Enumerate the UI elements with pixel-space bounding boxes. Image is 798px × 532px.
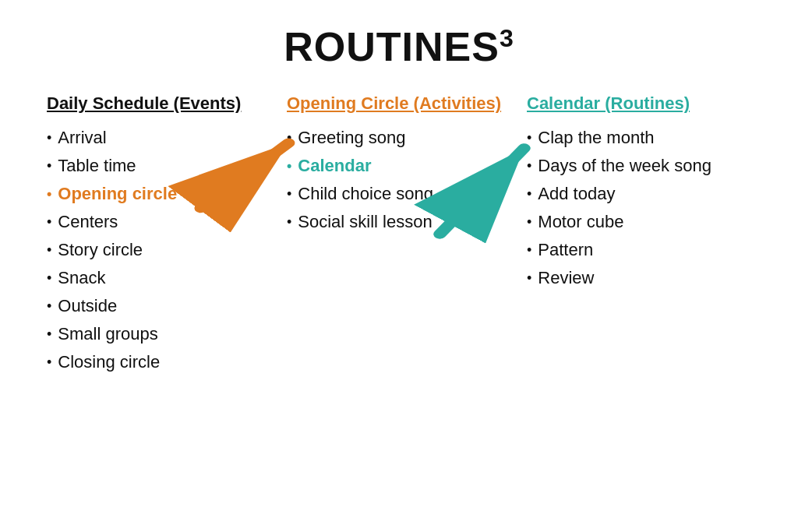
list-item: Review [527, 268, 751, 288]
col1-list: Arrival Table time Opening circle Center… [47, 128, 271, 372]
list-item: Social skill lesson [287, 212, 511, 232]
title-superscript: 3 [500, 24, 514, 52]
column-calendar-routines: Calendar (Routines) Clap the month Days … [519, 93, 759, 296]
list-item: Small groups [47, 324, 271, 344]
list-item: Child choice song [287, 184, 511, 204]
list-item: Add today [527, 184, 751, 204]
column-daily-schedule: Daily Schedule (Events) Arrival Table ti… [39, 93, 279, 380]
column-opening-circle: Opening Circle (Activities) Greeting son… [279, 93, 519, 240]
list-item: Pattern [527, 240, 751, 260]
list-item-opening-circle: Opening circle [47, 184, 271, 204]
col2-list: Greeting song Calendar Child choice song… [287, 128, 511, 232]
title-text: ROUTINES [284, 24, 500, 69]
list-item: Centers [47, 212, 271, 232]
list-item: Closing circle [47, 352, 271, 372]
list-item: Table time [47, 156, 271, 176]
col3-header: Calendar (Routines) [527, 93, 751, 114]
col1-header: Daily Schedule (Events) [47, 93, 271, 114]
list-item: Arrival [47, 128, 271, 148]
list-item: Snack [47, 268, 271, 288]
page: ROUTINES3 Daily Schedule (Events) Arriva… [0, 0, 798, 532]
col3-list: Clap the month Days of the week song Add… [527, 128, 751, 288]
list-item: Outside [47, 296, 271, 316]
col2-header: Opening Circle (Activities) [287, 93, 511, 114]
list-item: Greeting song [287, 128, 511, 148]
list-item: Days of the week song [527, 156, 751, 176]
list-item: Clap the month [527, 128, 751, 148]
list-item-calendar: Calendar [287, 156, 511, 176]
page-title: ROUTINES3 [39, 23, 759, 70]
columns-container: Daily Schedule (Events) Arrival Table ti… [39, 93, 759, 380]
list-item: Motor cube [527, 212, 751, 232]
list-item: Story circle [47, 240, 271, 260]
